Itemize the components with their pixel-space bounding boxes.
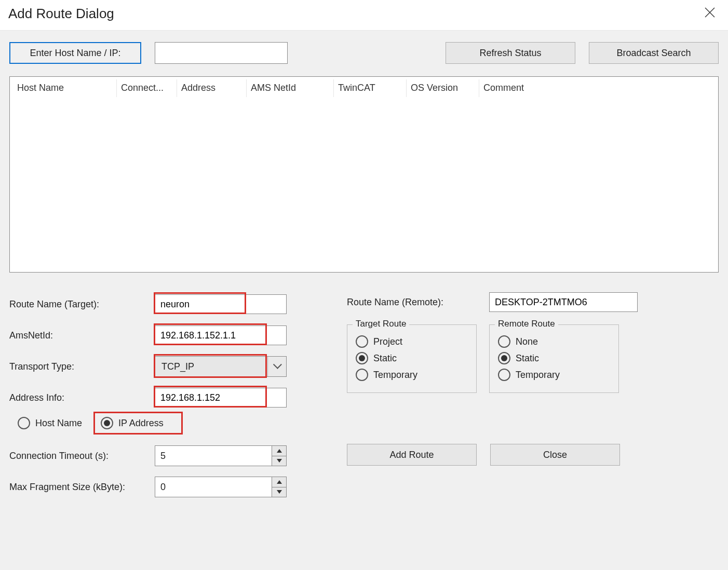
remote-route-legend: Remote Route <box>495 319 558 329</box>
remote-route-group: Remote Route None Static Temporary <box>489 324 619 393</box>
spinner-down-button[interactable] <box>272 487 286 497</box>
col-ams-netid[interactable]: AMS NetId <box>247 79 334 97</box>
spinner-up-button[interactable] <box>272 477 286 487</box>
triangle-down-icon <box>277 459 282 463</box>
radio-label: None <box>516 336 538 347</box>
spinner-down-button[interactable] <box>272 456 286 466</box>
enter-host-button[interactable]: Enter Host Name / IP: <box>9 42 141 64</box>
max-fragment-label: Max Fragment Size (kByte): <box>9 482 155 493</box>
amsnetid-input[interactable] <box>155 325 287 345</box>
radio-label: Temporary <box>516 370 560 381</box>
broadcast-search-label: Broadcast Search <box>616 48 691 59</box>
col-comment[interactable]: Comment <box>479 79 718 97</box>
radio-host-name-label: Host Name <box>35 418 82 429</box>
add-route-label: Add Route <box>389 450 434 460</box>
col-twincat[interactable]: TwinCAT <box>334 79 407 97</box>
radio-remote-static[interactable]: Static <box>498 352 610 364</box>
address-info-radios: Host Name IP Address <box>9 417 300 429</box>
triangle-down-icon <box>277 490 282 494</box>
top-row: Enter Host Name / IP: Refresh Status Bro… <box>9 42 719 64</box>
enter-host-label: Enter Host Name / IP: <box>30 48 120 59</box>
triangle-up-icon <box>277 449 282 453</box>
chevron-down-icon <box>274 363 281 370</box>
radio-label: Static <box>516 353 539 364</box>
transport-type-value: TCP_IP <box>155 357 267 376</box>
broadcast-search-button[interactable]: Broadcast Search <box>589 42 719 64</box>
refresh-status-label: Refresh Status <box>479 48 541 59</box>
radio-target-static[interactable]: Static <box>356 352 468 364</box>
col-os-version[interactable]: OS Version <box>407 79 479 97</box>
max-fragment-value: 0 <box>155 477 272 497</box>
amsnetid-label: AmsNetId: <box>9 330 155 341</box>
radio-icon <box>498 335 510 348</box>
radio-icon <box>356 369 368 381</box>
route-groups: Target Route Project Static Temporary <box>347 324 638 393</box>
radio-label: Temporary <box>373 370 417 381</box>
connection-timeout-spinner[interactable]: 5 <box>155 445 287 466</box>
dialog-title: Add Route Dialog <box>8 6 114 22</box>
add-route-dialog: Add Route Dialog Enter Host Name / IP: R… <box>0 0 728 508</box>
connection-timeout-value: 5 <box>155 446 272 466</box>
right-column: Route Name (Remote): Target Route Projec… <box>347 292 638 466</box>
left-column: Route Name (Target): AmsNetId: Transport… <box>9 292 300 499</box>
route-name-remote-input[interactable] <box>489 292 638 312</box>
close-label: Close <box>543 450 567 460</box>
radio-host-name[interactable]: Host Name <box>18 417 82 429</box>
radio-ip-address-label: IP Address <box>118 418 164 429</box>
radio-label: Static <box>373 353 397 364</box>
radio-icon <box>356 335 368 348</box>
triangle-up-icon <box>277 480 282 484</box>
target-route-legend: Target Route <box>353 319 409 329</box>
radio-icon <box>498 352 510 364</box>
radio-label: Project <box>373 336 402 347</box>
transport-type-dropdown-button[interactable] <box>267 357 286 376</box>
route-name-target-label: Route Name (Target): <box>9 299 155 310</box>
address-info-label: Address Info: <box>9 392 155 403</box>
close-icon[interactable] <box>700 4 720 23</box>
radio-icon <box>101 417 113 429</box>
routes-table-header: Host Name Connect... Address AMS NetId T… <box>10 77 718 100</box>
radio-icon <box>356 352 368 364</box>
address-info-input[interactable] <box>155 388 287 408</box>
refresh-status-button[interactable]: Refresh Status <box>446 42 575 64</box>
routes-table[interactable]: Host Name Connect... Address AMS NetId T… <box>9 76 719 273</box>
radio-remote-temporary[interactable]: Temporary <box>498 369 610 381</box>
route-name-target-input[interactable] <box>155 294 287 314</box>
spinner-up-button[interactable] <box>272 446 286 456</box>
titlebar: Add Route Dialog <box>0 0 728 30</box>
max-fragment-spinner[interactable]: 0 <box>155 477 287 497</box>
close-button[interactable]: Close <box>490 444 620 466</box>
add-route-button[interactable]: Add Route <box>347 444 477 466</box>
transport-type-select[interactable]: TCP_IP <box>155 356 287 377</box>
route-name-remote-label: Route Name (Remote): <box>347 297 477 308</box>
radio-remote-none[interactable]: None <box>498 335 610 348</box>
col-host-name[interactable]: Host Name <box>13 79 117 97</box>
radio-icon <box>498 369 510 381</box>
radio-icon <box>18 417 30 429</box>
target-route-group: Target Route Project Static Temporary <box>347 324 477 393</box>
connection-timeout-label: Connection Timeout (s): <box>9 451 155 462</box>
col-address[interactable]: Address <box>177 79 247 97</box>
transport-type-label: Transport Type: <box>9 361 155 372</box>
host-name-input[interactable] <box>155 42 288 64</box>
radio-target-temporary[interactable]: Temporary <box>356 369 468 381</box>
radio-target-project[interactable]: Project <box>356 335 468 348</box>
dialog-body: Enter Host Name / IP: Refresh Status Bro… <box>0 30 728 508</box>
lower-form: Route Name (Target): AmsNetId: Transport… <box>9 292 719 499</box>
col-connected[interactable]: Connect... <box>117 79 177 97</box>
bottom-buttons: Add Route Close <box>347 444 638 466</box>
radio-ip-address[interactable]: IP Address <box>101 417 164 429</box>
